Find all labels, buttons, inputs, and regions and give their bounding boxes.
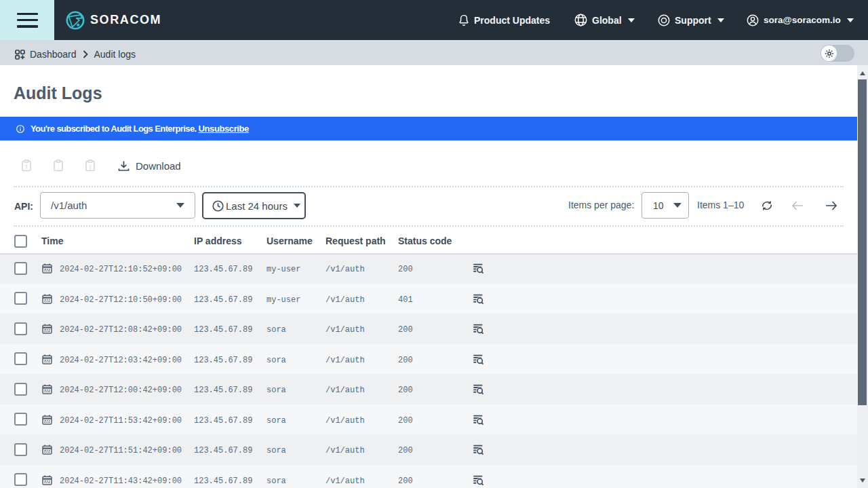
svg-text:,: ,	[58, 164, 59, 170]
svg-text:T: T	[25, 164, 28, 170]
svg-text:{: {	[90, 164, 92, 170]
